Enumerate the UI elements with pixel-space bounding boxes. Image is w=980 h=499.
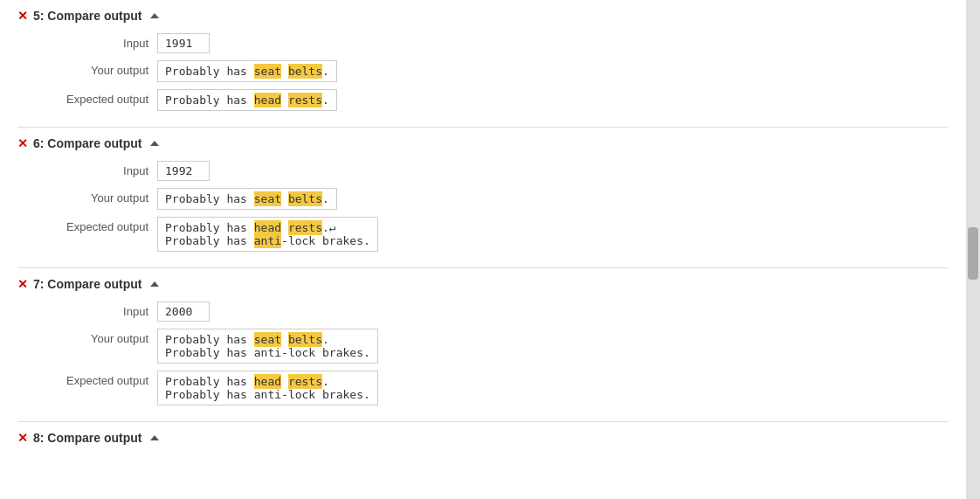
your-output-label-6: Your output (17, 188, 157, 204)
input-value-6: 1992 (157, 161, 949, 181)
expected-output-label-7: Expected output (17, 371, 157, 387)
your-output-label-5: Your output (17, 60, 157, 77)
input-label-5: Input (17, 33, 157, 50)
input-row-7: Input 2000 (17, 301, 949, 322)
section-title-5: 5: Compare output (33, 9, 141, 23)
section-title-7: 7: Compare output (33, 277, 141, 291)
input-value-5: 1991 (157, 33, 949, 53)
chevron-up-icon-5[interactable] (150, 13, 159, 18)
your-output-value-5: Probably has seat belts. (157, 60, 949, 82)
compare-section-7: ✕ 7: Compare output Input 2000 Your outp… (17, 277, 949, 422)
your-output-value-7: Probably has seat belts. Probably has an… (157, 329, 949, 364)
your-output-row-5: Your output Probably has seat belts. (17, 60, 949, 82)
your-output-label-7: Your output (17, 329, 157, 345)
chevron-up-icon-8[interactable] (150, 435, 159, 440)
chevron-up-icon-7[interactable] (150, 281, 159, 287)
your-output-value-6: Probably has seat belts. (157, 188, 949, 210)
section-header-8: ✕ 8: Compare output (17, 431, 949, 445)
input-value-7: 2000 (157, 301, 949, 322)
x-icon-7: ✕ (17, 277, 28, 291)
chevron-up-icon-6[interactable] (150, 141, 159, 146)
your-output-row-7: Your output Probably has seat belts. Pro… (17, 329, 949, 364)
expected-output-row-6: Expected output Probably has head rests.… (17, 217, 949, 252)
compare-section-8: ✕ 8: Compare output (17, 431, 949, 445)
expected-output-row-5: Expected output Probably has head rests. (17, 89, 949, 111)
section-header-5: ✕ 5: Compare output (17, 9, 949, 23)
input-label-6: Input (17, 161, 157, 177)
x-icon-8: ✕ (17, 431, 28, 445)
scrollbar[interactable] (966, 0, 980, 499)
scrollbar-thumb[interactable] (968, 227, 978, 280)
compare-section-6: ✕ 6: Compare output Input 1992 Your outp… (17, 136, 949, 268)
expected-output-value-5: Probably has head rests. (157, 89, 949, 111)
expected-output-label-5: Expected output (17, 89, 157, 106)
expected-output-label-6: Expected output (17, 217, 157, 233)
input-row-6: Input 1992 (17, 161, 949, 181)
your-output-row-6: Your output Probably has seat belts. (17, 188, 949, 210)
expected-output-value-7: Probably has head rests. Probably has an… (157, 371, 949, 405)
input-row-5: Input 1991 (17, 33, 949, 53)
section-title-8: 8: Compare output (33, 431, 141, 445)
section-title-6: 6: Compare output (33, 136, 141, 150)
section-header-7: ✕ 7: Compare output (17, 277, 949, 291)
expected-output-row-7: Expected output Probably has head rests.… (17, 371, 949, 405)
expected-output-value-6: Probably has head rests.↵ Probably has a… (157, 217, 949, 252)
section-header-6: ✕ 6: Compare output (17, 136, 949, 150)
compare-section-5: ✕ 5: Compare output Input 1991 Your outp… (17, 9, 949, 128)
x-icon-5: ✕ (17, 9, 28, 23)
input-label-7: Input (17, 301, 157, 318)
x-icon-6: ✕ (17, 136, 28, 150)
